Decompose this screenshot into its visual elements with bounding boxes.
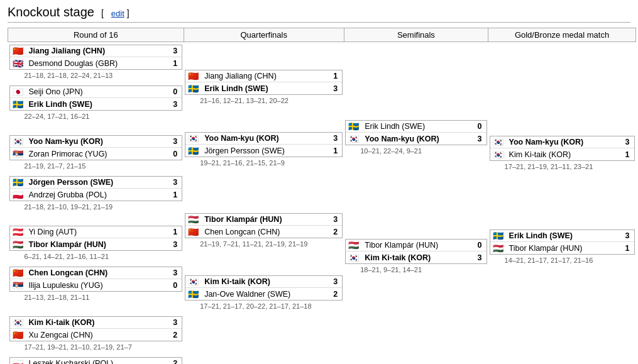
- header-sf: Semifinals: [344, 28, 488, 42]
- r16-m2-p1: 🇯🇵 Seiji Ono (JPN) 0: [10, 86, 182, 98]
- flag-cn: 🇨🇳: [13, 47, 26, 55]
- r16-match5: 🇦🇹 Yi Ding (AUT) 1 🇭🇺 Tibor Klampár (HUN…: [9, 226, 183, 251]
- qf-match3: 🇭🇺 Tibor Klampár (HUN) 3 🇨🇳 Chen Longcan…: [185, 213, 343, 238]
- edit-link[interactable]: edit: [111, 9, 124, 18]
- flag-gb: 🇬🇧: [13, 59, 26, 68]
- r16-m2-p2: 🇸🇪 Erik Lindh (SWE) 3: [10, 98, 182, 110]
- header-final: Gold/Bronze medal match: [488, 28, 636, 42]
- r16-match6: 🇨🇳 Chen Longcan (CHN) 3 🇷🇸 Ilija Lupules…: [9, 267, 183, 292]
- sf-match2: 🇭🇺 Tibor Klampár (HUN) 0 🇰🇷 Kim Ki-taik …: [345, 239, 487, 264]
- r16-m1-scores: 21–18, 21–18, 22–24, 21–13: [8, 71, 184, 80]
- qf-match2: 🇰🇷 Yoo Nam-kyu (KOR) 3 🇸🇪 Jörgen Persson…: [185, 132, 343, 157]
- page-title: Knockout stage [ edit ]: [8, 5, 630, 23]
- r16-match4: 🇸🇪 Jörgen Persson (SWE) 3 🇵🇱 Andrzej Gru…: [9, 176, 183, 201]
- header-r16: Round of 16: [8, 28, 184, 42]
- bracket-table: Round of 16 Quarterfinals Semifinals Gol…: [8, 28, 636, 364]
- header-qf: Quarterfinals: [184, 28, 344, 42]
- qf-match4: 🇰🇷 Kim Ki-taik (KOR) 3 🇸🇪 Jan-Ove Waldne…: [185, 275, 343, 301]
- r16-m1-p1: 🇨🇳 Jiang Jialiang (CHN) 3: [10, 45, 182, 57]
- qf-column: 🇨🇳 Jiang Jialiang (CHN) 1 🇸🇪 Erik Lindh …: [184, 42, 344, 365]
- sf-match1: 🇸🇪 Erik Lindh (SWE) 0 🇰🇷 Yoo Nam-kyu (KO…: [345, 120, 487, 145]
- r16-match1: 🇨🇳 Jiang Jialiang (CHN) 3 🇬🇧 Desmond Dou…: [9, 45, 183, 70]
- gold-match: 🇰🇷 Yoo Nam-kyu (KOR) 3 🇰🇷 Kim Ki-taik (K…: [490, 136, 635, 161]
- bronze-match: 🇸🇪 Erik Lindh (SWE) 3 🇭🇺 Tibor Klampár (…: [490, 229, 635, 255]
- final-column: 🇰🇷 Yoo Nam-kyu (KOR) 3 🇰🇷 Kim Ki-taik (K…: [488, 42, 636, 365]
- sf-column: 🇸🇪 Erik Lindh (SWE) 0 🇰🇷 Yoo Nam-kyu (KO…: [344, 42, 488, 365]
- r16-match3: 🇰🇷 Yoo Nam-kyu (KOR) 3 🇷🇸 Zoran Primorac…: [9, 135, 183, 160]
- r16-match2: 🇯🇵 Seiji Ono (JPN) 0 🇸🇪 Erik Lindh (SWE)…: [9, 85, 183, 111]
- qf-match1: 🇨🇳 Jiang Jialiang (CHN) 1 🇸🇪 Erik Lindh …: [185, 70, 343, 95]
- r16-match7: 🇰🇷 Kim Ki-taik (KOR) 3 🇨🇳 Xu Zengcai (CH…: [9, 316, 183, 341]
- r16-match8: 🇵🇱 Leszek Kucharski (POL) 2 🇸🇪 Jan-Ove W…: [9, 357, 183, 364]
- r16-column: 🇨🇳 Jiang Jialiang (CHN) 3 🇬🇧 Desmond Dou…: [8, 42, 184, 365]
- r16-m1-p2: 🇬🇧 Desmond Douglas (GBR) 1: [10, 57, 182, 69]
